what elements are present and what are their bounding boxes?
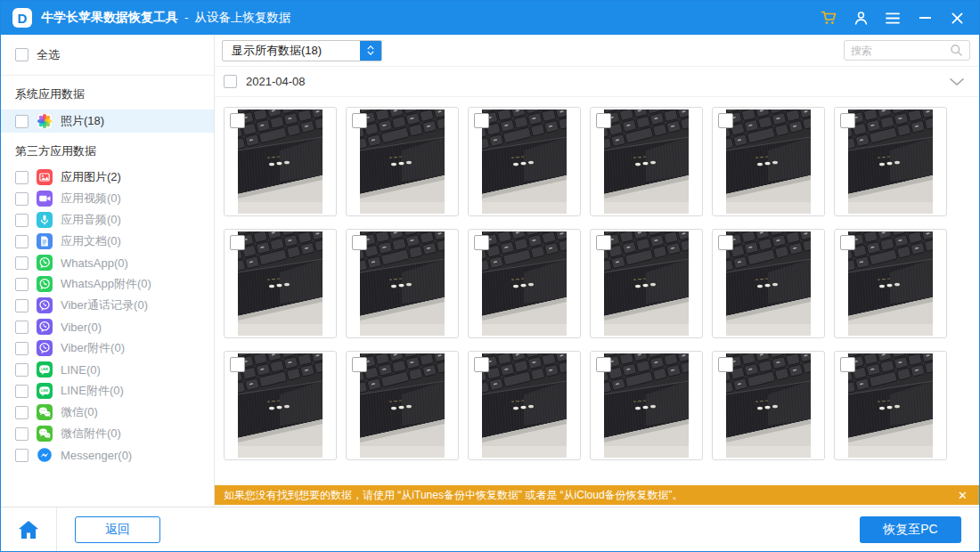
sidebar-item[interactable]: Messenger(0) bbox=[1, 444, 214, 466]
cart-icon[interactable] bbox=[816, 6, 842, 29]
search-input[interactable] bbox=[851, 45, 950, 57]
sidebar-item-checkbox[interactable] bbox=[15, 342, 29, 355]
sidebar-item-checkbox[interactable] bbox=[15, 385, 29, 398]
recover-to-pc-button[interactable]: 恢复至PC bbox=[860, 516, 961, 543]
photo-checkbox[interactable] bbox=[352, 357, 367, 372]
photo-thumbnail-card[interactable] bbox=[834, 229, 947, 338]
sidebar-item-checkbox[interactable] bbox=[15, 192, 29, 206]
photo-thumbnail-card[interactable] bbox=[712, 229, 825, 338]
photo-checkbox[interactable] bbox=[718, 357, 733, 372]
date-group-checkbox[interactable] bbox=[224, 75, 237, 88]
sidebar-item[interactable]: 微信(0) bbox=[1, 402, 214, 423]
sidebar-item-label: 微信附件(0) bbox=[61, 426, 121, 442]
select-all-row[interactable]: 全选 bbox=[1, 41, 214, 69]
sidebar-item-checkbox[interactable] bbox=[15, 321, 29, 334]
toolbar: 显示所有数据(18) bbox=[215, 35, 979, 67]
photo-checkbox[interactable] bbox=[840, 113, 855, 128]
sidebar-item-label: LINE附件(0) bbox=[61, 383, 124, 399]
sidebar-item[interactable]: 照片(18) bbox=[1, 110, 214, 133]
keyboard-photo bbox=[604, 110, 689, 214]
menu-icon[interactable] bbox=[880, 6, 906, 29]
section-items-thirdparty: 应用图片(2) 应用视频(0) 应用音频(0) 应用文档(0) WhatsApp… bbox=[1, 166, 214, 466]
photo-checkbox[interactable] bbox=[474, 113, 489, 128]
photo-thumbnail-card[interactable] bbox=[590, 351, 703, 460]
photo-checkbox[interactable] bbox=[840, 235, 855, 250]
chevron-down-icon bbox=[367, 51, 374, 55]
photo-checkbox[interactable] bbox=[596, 235, 611, 250]
sidebar-item-checkbox[interactable] bbox=[15, 278, 29, 291]
photo-thumbnail-card[interactable] bbox=[224, 351, 337, 460]
sidebar-item-checkbox[interactable] bbox=[15, 363, 29, 377]
photo-thumbnail-card[interactable] bbox=[712, 107, 825, 216]
home-icon bbox=[17, 519, 40, 540]
photo-thumbnail-card[interactable] bbox=[712, 351, 825, 460]
whatsapp-icon bbox=[37, 276, 53, 292]
sidebar-item[interactable]: Viber(0) bbox=[1, 316, 214, 337]
sidebar-item[interactable]: WhatsApp(0) bbox=[1, 252, 214, 273]
collapse-group-control[interactable] bbox=[949, 77, 965, 86]
photo-checkbox[interactable] bbox=[230, 235, 245, 250]
photo-checkbox[interactable] bbox=[718, 235, 733, 250]
sidebar-item[interactable]: 应用图片(2) bbox=[1, 166, 214, 188]
sidebar-item[interactable]: 应用视频(0) bbox=[1, 188, 214, 209]
sidebar-item-checkbox[interactable] bbox=[15, 214, 29, 227]
photo-thumbnail-card[interactable] bbox=[834, 107, 947, 216]
photo-checkbox[interactable] bbox=[230, 113, 245, 128]
minimize-icon[interactable] bbox=[912, 6, 938, 29]
view-subtitle: 从设备上恢复数据 bbox=[195, 10, 291, 26]
sidebar-item[interactable]: Viber附件(0) bbox=[1, 337, 214, 359]
photo-thumbnail-card[interactable] bbox=[468, 229, 581, 338]
sidebar-item-checkbox[interactable] bbox=[15, 427, 29, 441]
titlebar: D 牛学长苹果数据恢复工具 - 从设备上恢复数据 bbox=[1, 1, 979, 35]
photo-thumbnail-card[interactable] bbox=[346, 229, 459, 338]
sidebar-item[interactable]: WhatsApp附件(0) bbox=[1, 273, 214, 295]
sidebar-item[interactable]: LINE LINE附件(0) bbox=[1, 380, 214, 402]
sidebar-item[interactable]: LINE LINE(0) bbox=[1, 359, 214, 380]
photo-checkbox[interactable] bbox=[474, 235, 489, 250]
photo-thumbnail-card[interactable] bbox=[834, 351, 947, 460]
photo-checkbox[interactable] bbox=[474, 357, 489, 372]
sidebar-item-checkbox[interactable] bbox=[15, 449, 29, 462]
filter-spinner[interactable] bbox=[360, 40, 381, 61]
photo-thumbnail-card[interactable] bbox=[224, 107, 337, 216]
sidebar-item-checkbox[interactable] bbox=[15, 256, 29, 270]
notice-close-icon[interactable]: ✕ bbox=[955, 490, 970, 501]
sidebar-item-checkbox[interactable] bbox=[15, 171, 29, 184]
select-all-label: 全选 bbox=[37, 47, 60, 63]
close-icon[interactable] bbox=[944, 6, 970, 29]
sidebar-item-checkbox[interactable] bbox=[15, 299, 29, 313]
photo-checkbox[interactable] bbox=[840, 357, 855, 372]
select-all-checkbox[interactable] bbox=[15, 48, 29, 61]
sidebar-item-label: 应用图片(2) bbox=[61, 169, 121, 185]
sidebar-item[interactable]: Viber通话记录(0) bbox=[1, 295, 214, 316]
sidebar-item-checkbox[interactable] bbox=[15, 235, 29, 248]
content-pane: 显示所有数据(18) 2021-04-08 bbox=[215, 35, 979, 507]
wechat-icon bbox=[37, 426, 53, 442]
photo-checkbox[interactable] bbox=[352, 235, 367, 250]
user-icon[interactable] bbox=[848, 6, 874, 29]
sidebar-item-checkbox[interactable] bbox=[15, 406, 29, 419]
notice-text: 如果您没有找到想要的数据，请使用 “从iTunes备份中恢复数据” 或者是 “从… bbox=[224, 488, 683, 503]
home-button[interactable] bbox=[1, 507, 56, 551]
photo-thumbnail-card[interactable] bbox=[468, 107, 581, 216]
sidebar-item-checkbox[interactable] bbox=[15, 115, 29, 128]
photo-thumbnail-card[interactable] bbox=[346, 351, 459, 460]
filter-dropdown[interactable]: 显示所有数据(18) bbox=[222, 40, 382, 61]
photo-checkbox[interactable] bbox=[352, 113, 367, 128]
sidebar-item-label: Viber通话记录(0) bbox=[61, 297, 148, 313]
photo-checkbox[interactable] bbox=[596, 357, 611, 372]
sidebar-item[interactable]: 微信附件(0) bbox=[1, 423, 214, 444]
photo-thumbnail-card[interactable] bbox=[346, 107, 459, 216]
chevron-down-icon bbox=[949, 77, 965, 86]
photo-thumbnail-card[interactable] bbox=[224, 229, 337, 338]
photo-thumbnail-card[interactable] bbox=[468, 351, 581, 460]
sidebar-item[interactable]: 应用文档(0) bbox=[1, 231, 214, 252]
app-image-icon bbox=[37, 169, 53, 185]
photo-thumbnail-card[interactable] bbox=[590, 107, 703, 216]
back-button[interactable]: 返回 bbox=[75, 516, 160, 543]
photo-checkbox[interactable] bbox=[718, 113, 733, 128]
photo-thumbnail-card[interactable] bbox=[590, 229, 703, 338]
photo-checkbox[interactable] bbox=[596, 113, 611, 128]
sidebar-item[interactable]: 应用音频(0) bbox=[1, 209, 214, 231]
photo-checkbox[interactable] bbox=[230, 357, 245, 372]
